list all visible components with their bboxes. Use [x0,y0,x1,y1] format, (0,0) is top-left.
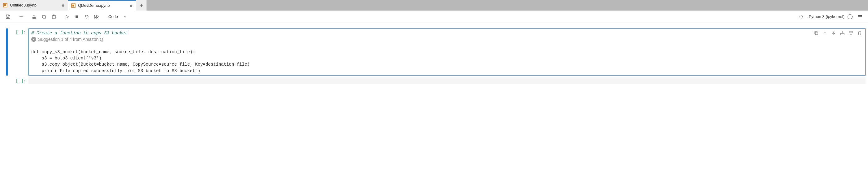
menu-button[interactable] [856,12,864,21]
restart-run-all-button[interactable] [92,12,101,21]
interrupt-button[interactable] [72,12,81,21]
cell-prompt: [ ]: [11,78,29,84]
code-line: print("File copied successfully from S3 … [31,68,863,74]
code-comment: # Create a function to copy S3 bucket [31,31,127,36]
save-button[interactable] [4,12,12,21]
code-editor[interactable]: # Create a function to copy S3 bucket Su… [29,29,865,75]
svg-point-5 [34,17,36,19]
paste-button[interactable] [50,12,58,21]
suggestion-badge-icon [31,37,36,42]
svg-rect-3 [72,5,74,6]
delete-cell-button[interactable] [857,30,863,36]
suggestion-label: Suggestion 1 of 4 from Amazon Q [38,36,103,42]
new-tab-button[interactable] [136,0,147,10]
suggestion-indicator[interactable]: Suggestion 1 of 4 from Amazon Q [31,36,103,42]
restart-button[interactable] [82,12,91,21]
tab-untitled3[interactable]: Untitled3.ipynb ● [0,0,68,10]
code-line: s3.copy_object(Bucket=bucket_name, CopyS… [31,61,863,67]
tab-qdevdemo[interactable]: QDevDemo.ipynb ● [68,0,136,10]
cut-button[interactable] [30,12,38,21]
tab-title: Untitled3.ipynb [10,3,59,7]
move-cell-down-button[interactable] [831,30,837,36]
svg-rect-7 [43,16,45,18]
cell-type-label: Code [108,14,118,19]
code-line: s3 = boto3.client('s3') [31,55,863,61]
cell-toolbar [813,30,863,36]
duplicate-cell-button[interactable] [813,30,819,36]
code-cell[interactable]: [ ]: [6,28,866,75]
dirty-indicator-icon: ● [61,2,65,8]
code-line: def copy_s3_bucket(bucket_name, source_f… [31,49,863,55]
notebook-icon [71,3,75,8]
dirty-indicator-icon: ● [129,3,133,8]
cell-prompt: [ ]: [11,28,29,35]
debugger-button[interactable] [797,12,805,21]
run-button[interactable] [63,12,71,21]
chevron-down-icon [124,15,127,18]
copy-button[interactable] [40,12,48,21]
notebook-toolbar: Code Python 3 (ipykernel) [0,10,868,23]
svg-rect-14 [840,33,844,35]
insert-cell-above-button[interactable] [839,30,845,36]
tab-title: QDevDemo.ipynb [78,3,127,8]
svg-rect-1 [4,4,6,6]
svg-rect-13 [815,32,818,35]
svg-rect-10 [75,16,78,18]
cell-selection-bar [6,28,8,75]
code-editor[interactable] [29,78,866,84]
code-line [31,43,863,49]
cell-selection-bar [6,78,8,84]
svg-point-4 [32,17,34,19]
code-cell[interactable]: [ ]: [6,78,866,84]
kernel-status-icon[interactable] [847,14,852,19]
cell-type-dropdown[interactable]: Code [105,12,130,21]
svg-rect-15 [849,31,853,33]
kernel-name[interactable]: Python 3 (ipykernel) [809,14,844,19]
insert-cell-below-button[interactable] [848,30,854,36]
notebook-area: [ ]: [0,23,868,90]
tab-bar: Untitled3.ipynb ● QDevDemo.ipynb ● [0,0,868,10]
move-cell-up-button[interactable] [822,30,828,36]
notebook-icon [3,3,7,7]
insert-cell-button[interactable] [17,12,25,21]
